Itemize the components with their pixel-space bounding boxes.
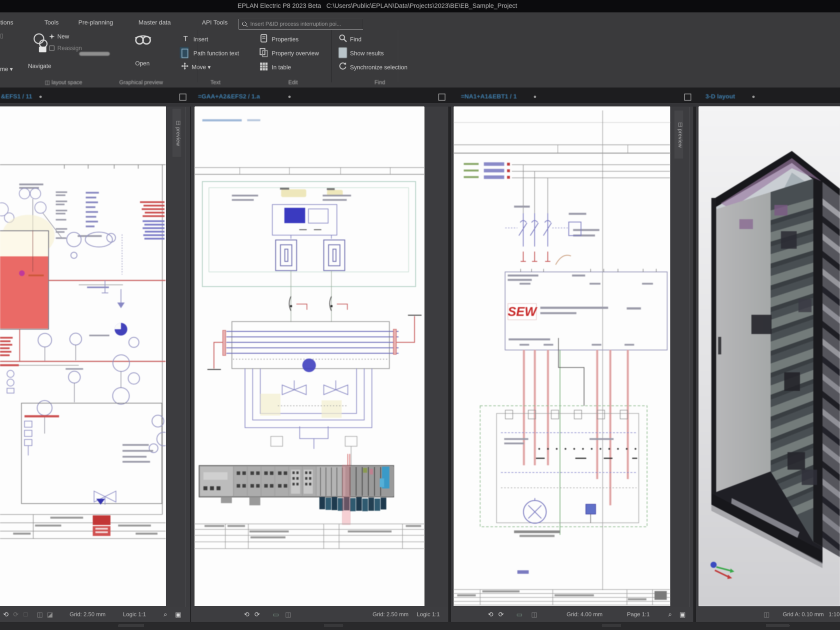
svg-text:SEW: SEW	[508, 304, 537, 319]
